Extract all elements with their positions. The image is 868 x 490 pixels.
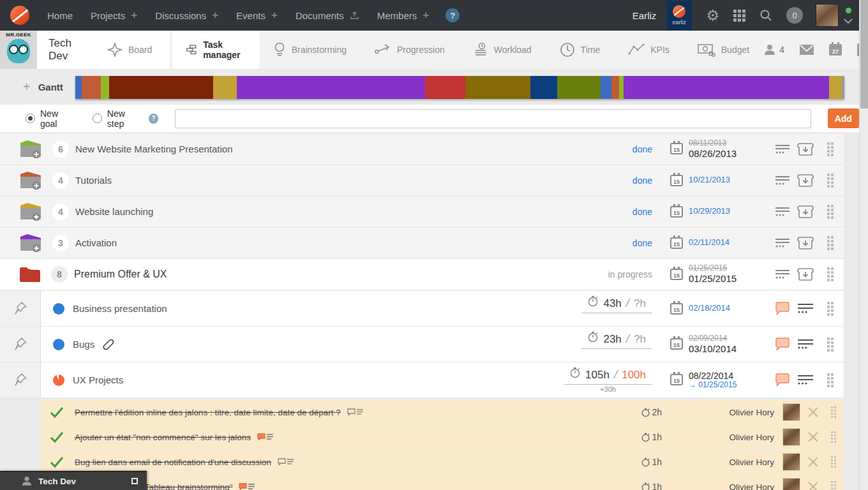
drag-handle[interactable] [827, 267, 834, 281]
gantt-segment[interactable] [557, 76, 601, 99]
drag-handle[interactable] [831, 481, 836, 490]
gantt-segment[interactable] [75, 76, 82, 99]
step-help-icon[interactable]: ? [149, 114, 159, 124]
archive-button[interactable] [794, 236, 817, 250]
details-button[interactable] [771, 144, 794, 154]
drag-handle[interactable] [831, 431, 836, 443]
add-member-icon[interactable]: + [423, 9, 429, 22]
gantt-segment[interactable] [237, 76, 425, 99]
apps-button[interactable] [733, 10, 745, 22]
nav-home[interactable]: Home [47, 10, 73, 21]
delete-button[interactable] [807, 431, 819, 443]
check-icon[interactable] [50, 431, 64, 443]
drag-handle[interactable] [831, 456, 836, 468]
tab-board[interactable]: Board [93, 31, 166, 69]
gantt-add-button[interactable]: + Gantt [23, 80, 63, 94]
comment-button[interactable] [257, 433, 274, 442]
tab-budget[interactable]: Budget [684, 31, 763, 69]
chevron-down-icon[interactable] [844, 19, 853, 24]
date-block[interactable]: 15 02/09/201403/10/2014 [670, 334, 771, 354]
assignee-avatar[interactable] [782, 453, 800, 471]
done-task-row[interactable]: jet "Tableau brainstorming" 1h Olivier H… [41, 475, 844, 490]
tab-time[interactable]: Time [546, 31, 615, 69]
user-avatar[interactable] [816, 4, 839, 27]
drag-handle[interactable] [827, 142, 834, 156]
step-title[interactable]: Business presentation [73, 303, 167, 314]
hours-logged[interactable]: 2h [641, 407, 662, 417]
archive-button[interactable] [794, 174, 817, 188]
app-logo-icon[interactable] [10, 6, 29, 25]
date-block[interactable]: 15 08/22/2014→ 01/25/2015 [670, 371, 771, 390]
calendar-button[interactable]: 27 [829, 44, 842, 56]
status-link[interactable]: done [582, 175, 652, 186]
comment-button[interactable] [278, 457, 294, 466]
check-icon[interactable] [50, 406, 64, 418]
hours-logged[interactable]: 1h [641, 482, 662, 490]
assignee-name[interactable]: Olivier Hory [678, 482, 774, 490]
drag-handle[interactable] [827, 174, 834, 188]
gantt-segment[interactable] [213, 76, 237, 99]
step-row[interactable]: UX Projects 105h / 100h +30h 15 08/22/20… [0, 362, 844, 398]
pin-gutter[interactable] [0, 362, 41, 397]
step-status-bullet[interactable] [53, 375, 64, 386]
add-button[interactable]: Add [828, 108, 860, 128]
search-button[interactable] [760, 9, 772, 22]
gantt-segment[interactable] [601, 76, 611, 99]
date-block[interactable]: 15 02/18/2014 [670, 303, 771, 315]
gantt-segment[interactable] [829, 76, 842, 99]
done-task-title[interactable]: Bug lien dans email de notification d'un… [75, 457, 271, 467]
drag-handle[interactable] [831, 406, 836, 418]
done-task-title[interactable]: Permettre l'édition inline des jalons : … [75, 408, 341, 417]
delete-button[interactable] [807, 406, 819, 419]
tab-progression[interactable]: Progression [361, 31, 459, 69]
done-task-row[interactable]: Bug lien dans email de notification d'un… [41, 450, 844, 474]
comments-button[interactable] [771, 373, 794, 387]
gantt-segment[interactable] [109, 76, 213, 99]
archive-button[interactable] [794, 267, 817, 281]
delete-button[interactable] [807, 456, 819, 468]
step-title[interactable]: Bugs [73, 339, 94, 350]
comments-button[interactable] [771, 302, 794, 316]
details-button[interactable] [771, 207, 794, 217]
details-button[interactable] [794, 375, 817, 385]
goal-row[interactable]: 3 Activation done 15 02/11/2014 [0, 228, 844, 258]
comment-button[interactable] [347, 408, 364, 417]
drag-handle[interactable] [827, 373, 834, 387]
details-button[interactable] [771, 175, 794, 186]
new-goal-radio[interactable] [26, 114, 35, 123]
nav-projects[interactable]: Projects+ [91, 9, 137, 22]
date-block[interactable]: 15 10/21/2013 [670, 175, 771, 186]
goal-row-selected[interactable]: 8 Premium Offer & UX in progress 15 01/2… [0, 259, 844, 290]
drag-handle[interactable] [827, 338, 834, 352]
pin-gutter[interactable] [0, 327, 41, 362]
goal-title[interactable]: New Website Marketing Presentation [75, 144, 233, 154]
details-button[interactable] [771, 269, 794, 279]
add-discussion-icon[interactable]: + [212, 9, 218, 22]
hours-logged[interactable]: 1h [641, 457, 662, 467]
date-block[interactable]: 15 02/11/2014 [670, 237, 771, 249]
drag-handle[interactable] [827, 236, 834, 250]
details-button[interactable] [794, 339, 817, 350]
gantt-segment[interactable] [619, 76, 624, 99]
gantt-segment[interactable] [611, 76, 619, 99]
assignee-avatar[interactable] [782, 403, 800, 421]
gantt-segment[interactable] [842, 76, 844, 99]
step-row[interactable]: Business presentation 43h / ?h 15 02/18/… [0, 291, 844, 327]
nav-discussions[interactable]: Discussions+ [155, 9, 218, 22]
tab-task-manager[interactable]: Task manager [172, 31, 258, 69]
goal-row[interactable]: 4 Tutorials done 15 10/21/2013 [0, 165, 844, 195]
restore-window-icon[interactable] [131, 478, 138, 484]
chat-window-bar[interactable]: Tech Dev [0, 471, 147, 490]
delete-button[interactable] [807, 480, 819, 490]
gantt-segment[interactable] [465, 76, 530, 99]
settings-button[interactable]: ⚙ [706, 8, 719, 23]
done-task-title[interactable]: Ajouter un état "non commencé" sur les j… [75, 433, 251, 442]
step-status-bullet[interactable] [53, 339, 64, 350]
goal-title[interactable]: Premium Offer & UX [74, 269, 167, 280]
goal-title[interactable]: Tutorials [75, 175, 112, 186]
assignee-name[interactable]: Olivier Hory [678, 408, 774, 417]
hours-logged[interactable]: 1h [641, 432, 662, 442]
gantt-segment[interactable] [82, 76, 101, 99]
paperclip-icon[interactable] [101, 338, 115, 352]
add-project-icon[interactable]: + [131, 9, 137, 22]
